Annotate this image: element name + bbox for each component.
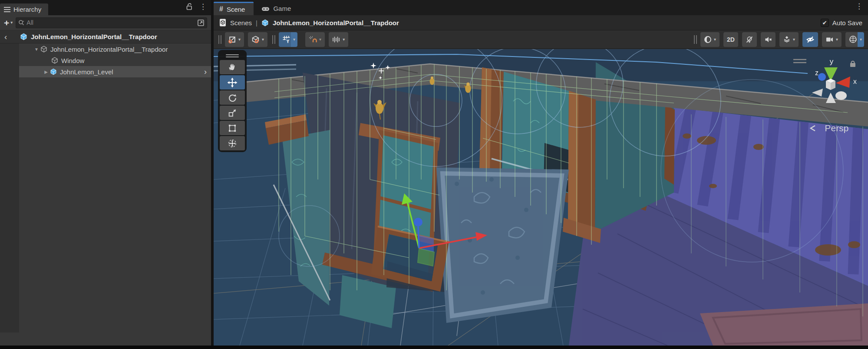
scale-tool-button[interactable] <box>220 106 245 120</box>
prefab-cube-icon <box>50 68 57 75</box>
search-icon <box>18 20 24 26</box>
chevron-down-icon: ▾ <box>293 37 295 42</box>
prefab-mode-header[interactable]: ‹ JohnLemon_HorizontalPortal__Trapdoor <box>0 30 211 43</box>
axis-x-label: x <box>853 78 857 85</box>
tree-row-root[interactable]: ▼ JohnLemon_HorizontalPortal__Trapdoor <box>0 43 211 55</box>
hierarchy-toolbar: + ▾ <box>0 15 211 30</box>
game-tab-label: Game <box>273 5 291 12</box>
tool-handle-rotation-button[interactable]: ▾ <box>248 32 267 47</box>
rect-tool-icon <box>228 123 237 133</box>
snap-ruler-icon <box>332 36 340 43</box>
draw-mode-button[interactable]: ▾ <box>700 32 719 47</box>
chevron-down-icon: ▾ <box>836 37 838 42</box>
gamepad-icon <box>261 6 270 12</box>
hierarchy-gutter <box>0 43 19 332</box>
open-search-window-icon[interactable] <box>197 19 205 27</box>
tree-row-label: Window <box>61 57 84 64</box>
gizmo-z-cone[interactable] <box>818 73 826 81</box>
chevron-down-icon: ▾ <box>793 37 795 42</box>
breadcrumb-current: JohnLemon_HorizontalPortal__Trapdoor <box>273 19 399 27</box>
foldout-collapsed-icon[interactable]: ▶ <box>42 70 50 74</box>
prefab-cube-icon <box>20 33 27 40</box>
speaker-muted-icon <box>764 36 772 43</box>
tool-handle-position-button[interactable]: ▾ <box>225 32 244 47</box>
tree-row-window[interactable]: Window <box>0 55 211 66</box>
move-tool-button[interactable] <box>220 75 245 90</box>
2d-view-button[interactable]: 2D <box>723 32 738 47</box>
rect-tool-button[interactable] <box>220 121 245 135</box>
hierarchy-menu-icon[interactable]: ⋮ <box>199 3 207 10</box>
hierarchy-list-icon <box>4 7 10 12</box>
camera-settings-button[interactable]: ▾ <box>822 32 842 47</box>
prefab-breadcrumb-bar: Scenes | JohnLemon_HorizontalPortal__Tra… <box>214 15 868 30</box>
chevron-down-icon: ▾ <box>343 37 345 42</box>
window-bottom-edge <box>0 346 868 349</box>
camera-icon <box>825 36 834 43</box>
2d-label: 2D <box>727 36 735 43</box>
prefab-cube-icon <box>261 19 269 27</box>
hierarchy-panel: Hierarchy ⋮ + ▾ <box>0 0 211 346</box>
search-input[interactable] <box>26 19 195 26</box>
snap-increment-button[interactable]: ▾ <box>305 32 325 47</box>
scene-view-toolbar: ▾ ▾ Y <box>214 30 868 49</box>
gameobject-cube-icon <box>51 57 58 64</box>
breadcrumb-scenes[interactable]: Scenes <box>230 19 252 27</box>
rotate-tool-button[interactable] <box>220 90 245 105</box>
check-icon: ✔ <box>822 20 827 26</box>
auto-save-control: ✔ Auto Save <box>821 15 862 30</box>
tab-game[interactable]: Game <box>254 2 299 15</box>
unlock-icon[interactable] <box>185 3 193 10</box>
tools-overlay-drag-handle[interactable] <box>220 52 245 59</box>
tab-scene[interactable]: # Scene <box>214 2 254 15</box>
projection-label[interactable]: Persp <box>825 123 849 133</box>
open-prefab-chevron-icon[interactable]: › <box>204 68 207 76</box>
audio-mute-button[interactable] <box>761 32 776 47</box>
hand-tool-button[interactable] <box>220 60 245 74</box>
scene-lighting-button[interactable] <box>742 32 757 47</box>
hierarchy-tree: ▼ JohnLemon_HorizontalPortal__Trapdoor W… <box>0 43 211 332</box>
transform-tool-button[interactable] <box>220 136 245 150</box>
global-axes-icon <box>251 36 260 43</box>
effects-toggle-button[interactable]: ▾ <box>779 32 799 47</box>
toolbar-drag-handle[interactable] <box>218 35 221 44</box>
unity-editor-window: Hierarchy ⋮ + ▾ <box>0 0 868 349</box>
prefab-root-name: JohnLemon_HorizontalPortal__Trapdoor <box>31 33 157 40</box>
move-tool-icon <box>227 77 238 88</box>
view-options-cluster: ▾ 2D <box>693 32 864 47</box>
tree-row-level[interactable]: ▶ JohnLemon_Level › <box>0 66 211 77</box>
foldout-open-icon[interactable]: ▼ <box>33 47 40 52</box>
prefab-back-icon[interactable]: ‹ <box>4 33 12 41</box>
scene-visibility-button[interactable] <box>802 32 818 47</box>
chevron-down-icon: ▾ <box>10 20 13 25</box>
toolbar-drag-handle[interactable] <box>272 35 275 44</box>
hierarchy-tab-label: Hierarchy <box>13 6 41 13</box>
chevron-down-icon: ▾ <box>238 37 241 42</box>
scene-panel: # Scene Game ⋮ Scenes | <box>214 0 868 346</box>
chevron-down-icon: ▾ <box>860 37 862 42</box>
tab-hierarchy[interactable]: Hierarchy <box>0 3 48 15</box>
scene-menu-icon[interactable]: ⋮ <box>855 3 863 10</box>
axis-z-label: z <box>815 69 818 76</box>
rotate-tool-icon <box>228 93 237 103</box>
grid-settings-caret-button[interactable]: ▾ <box>291 32 297 47</box>
snap-settings-button[interactable]: ▾ <box>329 32 348 47</box>
scene-viewport[interactable]: y z x Persp <box>214 49 868 346</box>
hand-tool-icon <box>228 63 237 72</box>
corridor-rug <box>436 167 569 323</box>
create-object-button[interactable]: + ▾ <box>4 18 13 27</box>
scene-tab-bar: # Scene Game ⋮ <box>214 0 868 15</box>
pivot-icon <box>228 36 236 43</box>
eye-hidden-icon <box>806 36 815 43</box>
shaded-sphere-icon <box>704 36 712 43</box>
breadcrumb-separator: | <box>256 19 257 27</box>
auto-save-checkbox[interactable]: ✔ <box>821 19 829 27</box>
scene-asset-icon[interactable] <box>219 19 226 27</box>
hierarchy-search-box[interactable] <box>16 17 207 28</box>
lightbulb-off-icon <box>746 36 753 43</box>
gizmo-z-axis[interactable] <box>418 226 419 248</box>
gizmos-menu-caret-button[interactable]: ▾ <box>858 32 864 47</box>
scene-tab-label: Scene <box>227 6 245 13</box>
toolbar-drag-handle[interactable] <box>694 35 697 44</box>
chevron-down-icon: ▾ <box>319 37 321 42</box>
effects-layers-icon <box>783 36 791 43</box>
